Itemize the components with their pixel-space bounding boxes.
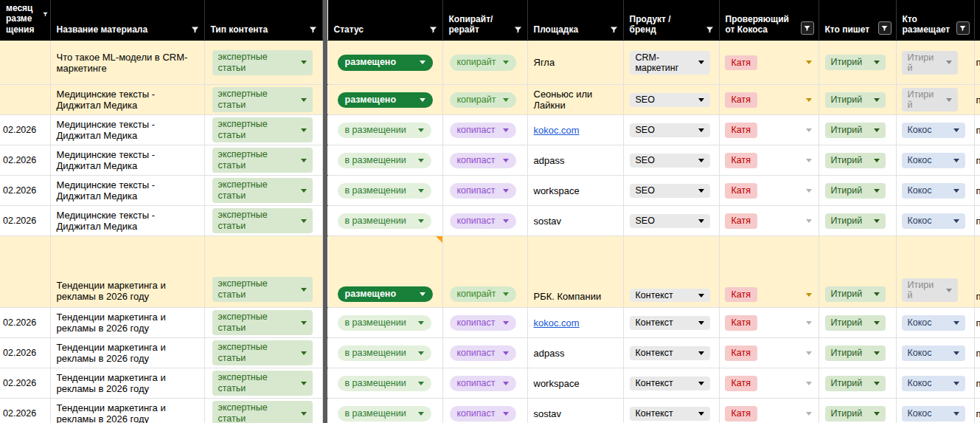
copyright-dropdown[interactable]: копипаст bbox=[450, 376, 516, 392]
filter-icon[interactable] bbox=[42, 11, 49, 18]
platform-link[interactable]: kokoc.com bbox=[534, 125, 580, 136]
writer-dropdown[interactable]: Итирий bbox=[825, 92, 886, 108]
status-dropdown[interactable]: в размещении bbox=[338, 406, 431, 422]
column-header-publisher[interactable]: Кто размещает bbox=[896, 0, 974, 41]
product-dropdown[interactable]: SEO bbox=[630, 154, 710, 167]
reviewer-dropdown[interactable]: Катя bbox=[725, 315, 814, 330]
column-header-product[interactable]: Продукт / бренд bbox=[623, 0, 719, 41]
copyright-dropdown[interactable]: копипаст bbox=[450, 406, 516, 422]
status-dropdown[interactable]: в размещении bbox=[338, 315, 431, 331]
writer-dropdown[interactable]: Итирий bbox=[825, 376, 886, 391]
publisher-dropdown[interactable]: Кокос bbox=[902, 406, 965, 422]
status-dropdown[interactable]: в размещении bbox=[338, 213, 431, 230]
filter-active-icon[interactable] bbox=[801, 21, 814, 35]
status-dropdown[interactable]: в размещении bbox=[338, 153, 431, 169]
writer-dropdown[interactable]: Итирий bbox=[825, 406, 886, 422]
reviewer-dropdown[interactable]: Катя bbox=[725, 287, 814, 302]
status-dropdown[interactable]: в размещении bbox=[338, 376, 431, 392]
content-type-dropdown[interactable]: экспертные статьи bbox=[212, 277, 313, 302]
content-type-dropdown[interactable]: экспертные статьи bbox=[212, 208, 313, 233]
publisher-dropdown[interactable]: Итирий bbox=[902, 278, 958, 302]
publisher-dropdown[interactable]: Итирий bbox=[902, 88, 958, 111]
reviewer-dropdown[interactable]: Катя bbox=[725, 183, 814, 198]
publisher-dropdown[interactable]: Кокос bbox=[902, 315, 965, 331]
reviewer-dropdown[interactable]: Катя bbox=[725, 406, 814, 421]
copyright-dropdown[interactable]: копипаст bbox=[450, 345, 516, 362]
content-type-dropdown[interactable]: экспертные статьи bbox=[212, 117, 313, 142]
publisher-dropdown[interactable]: Кокос bbox=[902, 123, 965, 138]
product-dropdown[interactable]: SEO bbox=[630, 214, 710, 227]
product-dropdown[interactable]: SEO bbox=[630, 93, 710, 106]
platform-link[interactable]: kokoc.com bbox=[534, 317, 580, 329]
status-dropdown[interactable]: размещено bbox=[338, 92, 433, 109]
writer-dropdown[interactable]: Итирий bbox=[825, 345, 886, 361]
writer-dropdown[interactable]: Итирий bbox=[825, 153, 886, 168]
filter-icon[interactable] bbox=[609, 25, 619, 35]
reviewer-dropdown[interactable]: Катя bbox=[725, 153, 814, 168]
status-dropdown[interactable]: размещено bbox=[338, 55, 433, 71]
content-type-dropdown[interactable]: экспертные статьи bbox=[212, 50, 313, 75]
copyright-dropdown[interactable]: копирайт bbox=[450, 55, 517, 71]
product-dropdown[interactable]: SEO bbox=[630, 184, 710, 197]
content-type-dropdown[interactable]: экспертные статьи bbox=[212, 87, 313, 112]
product-dropdown[interactable]: Контекст bbox=[630, 376, 710, 390]
copyright-dropdown[interactable]: копирайт bbox=[450, 92, 517, 109]
reviewer-dropdown[interactable]: Катя bbox=[725, 92, 814, 107]
column-header-platform[interactable]: Площадка bbox=[527, 0, 623, 41]
column-header-material[interactable]: Название материала bbox=[50, 0, 204, 41]
copyright-dropdown[interactable]: копипаст bbox=[450, 315, 516, 331]
copyright-dropdown[interactable]: копипаст bbox=[450, 213, 516, 230]
publisher-dropdown[interactable]: Кокос bbox=[902, 183, 965, 199]
column-header-copyright[interactable]: Копирайт/рерайт bbox=[442, 0, 527, 41]
status-dropdown[interactable]: в размещении bbox=[338, 345, 431, 362]
status-dropdown[interactable]: в размещении bbox=[338, 123, 431, 139]
column-header-status[interactable]: Статус bbox=[327, 0, 442, 41]
publisher-dropdown[interactable]: Кокос bbox=[902, 376, 965, 391]
content-type-dropdown[interactable]: экспертные статьи bbox=[212, 178, 313, 203]
writer-dropdown[interactable]: Итирий bbox=[825, 183, 886, 199]
filter-icon[interactable] bbox=[190, 25, 200, 35]
column-header-reviewer[interactable]: Проверяющий от Кокоса bbox=[719, 0, 819, 41]
filter-active-icon[interactable] bbox=[878, 21, 892, 35]
writer-dropdown[interactable]: Итирий bbox=[825, 315, 886, 331]
reviewer-dropdown[interactable]: Катя bbox=[725, 55, 814, 70]
filter-icon[interactable] bbox=[513, 25, 523, 35]
status-dropdown[interactable]: размещено bbox=[338, 286, 433, 303]
filter-icon[interactable] bbox=[308, 25, 318, 35]
writer-dropdown[interactable]: Итирий bbox=[825, 286, 886, 302]
product-dropdown[interactable]: Контекст bbox=[630, 316, 710, 329]
publisher-dropdown[interactable]: Итирий bbox=[902, 51, 958, 75]
product-dropdown[interactable]: SEO bbox=[630, 123, 710, 137]
content-type-dropdown[interactable]: экспертные статьи bbox=[212, 310, 313, 335]
content-type-dropdown[interactable]: экспертные статьи bbox=[212, 401, 313, 423]
writer-dropdown[interactable]: Итирий bbox=[825, 123, 886, 138]
filter-icon[interactable] bbox=[428, 25, 438, 35]
column-header-content-type[interactable]: Тип контента bbox=[204, 0, 322, 41]
product-dropdown[interactable]: Контекст bbox=[630, 407, 710, 420]
product-dropdown[interactable]: Контекст bbox=[630, 346, 710, 360]
content-type-dropdown[interactable]: экспертные статьи bbox=[212, 340, 313, 365]
reviewer-dropdown[interactable]: Катя bbox=[725, 345, 814, 360]
copyright-dropdown[interactable]: копипаст bbox=[450, 123, 516, 139]
copyright-dropdown[interactable]: копирайт bbox=[450, 286, 517, 303]
product-dropdown[interactable]: Контекст bbox=[630, 289, 710, 302]
content-type-dropdown[interactable]: экспертные статьи bbox=[212, 371, 313, 396]
content-type-dropdown[interactable]: экспертные статьи bbox=[212, 148, 313, 173]
reviewer-dropdown[interactable]: Катя bbox=[725, 213, 814, 228]
product-dropdown[interactable]: CRM-маркетинг bbox=[630, 51, 710, 75]
reviewer-dropdown[interactable]: Катя bbox=[725, 376, 814, 391]
reviewer-dropdown[interactable]: Катя bbox=[725, 123, 814, 137]
publisher-dropdown[interactable]: Кокос bbox=[902, 345, 965, 361]
writer-dropdown[interactable]: Итирий bbox=[825, 55, 886, 70]
publisher-dropdown[interactable]: Кокос bbox=[902, 213, 965, 229]
writer-dropdown[interactable]: Итирий bbox=[825, 213, 886, 229]
column-header-writer[interactable]: Кто пишет bbox=[819, 0, 896, 41]
publisher-dropdown[interactable]: Кокос bbox=[902, 153, 965, 168]
copyright-dropdown[interactable]: копипаст bbox=[450, 183, 516, 199]
copyright-cell: копипаст bbox=[442, 206, 527, 236]
status-dropdown[interactable]: в размещении bbox=[338, 183, 431, 199]
column-header-month[interactable]: месяц размещения bbox=[0, 0, 50, 41]
filter-active-icon[interactable] bbox=[956, 21, 970, 35]
filter-icon[interactable] bbox=[705, 25, 715, 35]
copyright-dropdown[interactable]: копипаст bbox=[450, 153, 516, 169]
